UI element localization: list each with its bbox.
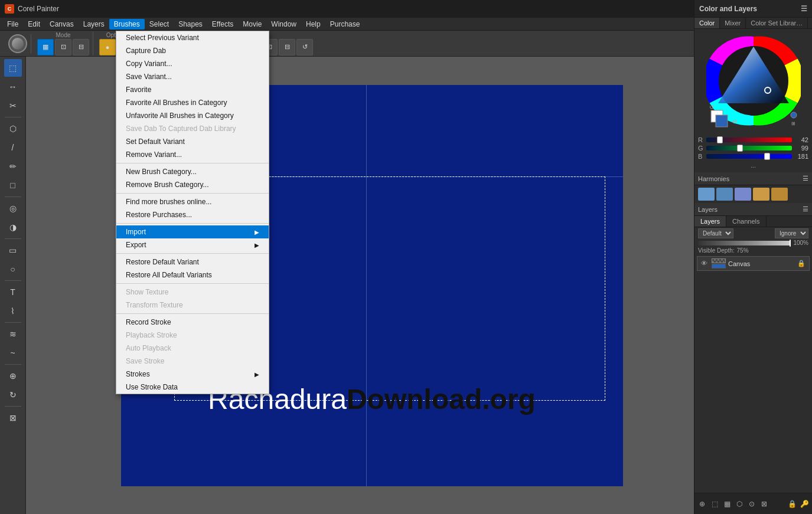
menu-item-select[interactable]: Select bbox=[145, 19, 174, 30]
tool-bucket[interactable]: ⬡ bbox=[4, 120, 22, 137]
layer-lock-icon[interactable]: 🔒 bbox=[797, 260, 806, 267]
pb-icon-padlock[interactable]: 🔑 bbox=[799, 499, 810, 509]
menu-item-effects[interactable]: Effects bbox=[207, 19, 238, 30]
tab-layers[interactable]: Layers bbox=[694, 216, 726, 227]
pb-icon-1[interactable]: ⊕ bbox=[697, 499, 707, 509]
layer-eye-icon[interactable]: 👁 bbox=[701, 260, 709, 268]
brush-preview-icon[interactable] bbox=[8, 34, 27, 53]
tool-rect-sel[interactable]: ▭ bbox=[4, 241, 22, 259]
harmony-swatch-1[interactable] bbox=[716, 188, 733, 201]
dots-row: ... bbox=[698, 161, 808, 170]
harmony-swatch-2[interactable] bbox=[735, 188, 751, 201]
pb-icon-3[interactable]: ▦ bbox=[722, 499, 732, 509]
mode-btn-2[interactable]: ⊡ bbox=[55, 39, 71, 55]
menu-item-edit[interactable]: Edit bbox=[23, 19, 45, 30]
menu-item-window[interactable]: Window bbox=[266, 19, 301, 30]
tool-clone[interactable]: ◎ bbox=[4, 199, 22, 217]
dd-item-6[interactable]: Unfavorite All Brushes in Category bbox=[116, 109, 269, 122]
harmonies-menu-icon[interactable]: ☰ bbox=[803, 175, 808, 182]
harmony-swatch-3[interactable] bbox=[753, 188, 769, 201]
b-slider[interactable] bbox=[706, 154, 792, 159]
dd-item-2[interactable]: Copy Variant... bbox=[116, 57, 269, 70]
dd-item-5[interactable]: Favorite All Brushes in Category bbox=[116, 96, 269, 109]
menu-item-file[interactable]: File bbox=[2, 19, 23, 30]
pb-icon-lock[interactable]: 🔒 bbox=[787, 499, 797, 509]
menu-item-canvas[interactable]: Canvas bbox=[45, 19, 79, 30]
r-thumb[interactable] bbox=[717, 136, 723, 143]
tool-rotate[interactable]: ↻ bbox=[4, 386, 22, 404]
dd-item-15[interactable]: Export▶ bbox=[116, 238, 269, 251]
dd-item-16[interactable]: Restore Default Variant bbox=[116, 256, 269, 269]
tab-color[interactable]: Color bbox=[694, 18, 720, 28]
tool-select[interactable]: ⬚ bbox=[4, 59, 22, 77]
tool-blend[interactable]: ≋ bbox=[4, 325, 22, 343]
tool-eye[interactable]: / bbox=[4, 139, 22, 156]
tool-transform[interactable]: ↔ bbox=[4, 78, 22, 96]
menu-item-layers[interactable]: Layers bbox=[79, 19, 109, 30]
edit-btn-5[interactable]: ⊟ bbox=[279, 39, 295, 55]
dd-item-25[interactable]: Use Stroke Data bbox=[116, 381, 269, 394]
menu-item-brushes[interactable]: Brushes bbox=[109, 19, 145, 30]
g-thumb[interactable] bbox=[737, 145, 743, 152]
dd-item-label-17: Restore All Default Variants bbox=[126, 271, 212, 279]
color-tabs: Color Mixer Color Set Librar… bbox=[694, 18, 812, 29]
harmonies-section: Harmonies ☰ bbox=[694, 172, 812, 203]
dd-item-12[interactable]: Find more brushes online... bbox=[116, 195, 269, 208]
tab-colorset[interactable]: Color Set Librar… bbox=[746, 18, 808, 28]
tool-crop[interactable]: ✂ bbox=[4, 97, 22, 114]
opt-btn-1[interactable]: ● bbox=[99, 39, 116, 55]
dd-item-4[interactable]: Favorite bbox=[116, 83, 269, 96]
panel-settings-icon[interactable]: ☰ bbox=[801, 5, 807, 13]
ignore-select[interactable]: Ignore bbox=[775, 228, 808, 238]
dd-item-14[interactable]: Import▶ bbox=[116, 225, 269, 238]
mode-btn-3[interactable]: ⊟ bbox=[73, 39, 89, 55]
menu-item-purchase[interactable]: Purchase bbox=[325, 19, 365, 30]
dd-item-0[interactable]: Select Previous Variant bbox=[116, 31, 269, 44]
dd-sep-17 bbox=[116, 283, 269, 284]
pb-icon-2[interactable]: ⬚ bbox=[709, 499, 720, 509]
r-slider[interactable] bbox=[706, 137, 792, 142]
pb-icon-4[interactable]: ⬡ bbox=[734, 499, 745, 509]
tool-zoom[interactable]: ⊕ bbox=[4, 367, 22, 385]
menu-item-movie[interactable]: Movie bbox=[238, 19, 266, 30]
tool-lasso[interactable]: ○ bbox=[4, 260, 22, 278]
dd-item-24[interactable]: Strokes▶ bbox=[116, 368, 269, 381]
b-thumb[interactable] bbox=[764, 153, 770, 160]
canvas-layer-row[interactable]: 👁 Canvas 🔒 bbox=[697, 256, 810, 271]
harmony-swatch-0[interactable] bbox=[698, 188, 715, 201]
dd-item-9[interactable]: Remove Variant... bbox=[116, 148, 269, 161]
tab-channels[interactable]: Channels bbox=[726, 216, 766, 227]
menu-item-shapes[interactable]: Shapes bbox=[174, 19, 207, 30]
tool-dodge[interactable]: ◑ bbox=[4, 218, 22, 236]
blend-mode-select[interactable]: Default bbox=[698, 228, 733, 238]
dd-item-10[interactable]: New Brush Category... bbox=[116, 165, 269, 178]
pb-icon-6[interactable]: ⊠ bbox=[759, 499, 769, 509]
dd-item-20[interactable]: Record Stroke bbox=[116, 316, 269, 329]
edit-btn-6[interactable]: ↺ bbox=[296, 39, 313, 55]
dd-item-17[interactable]: Restore All Default Variants bbox=[116, 269, 269, 281]
tool-smudge[interactable]: ~ bbox=[4, 344, 22, 362]
dd-item-3[interactable]: Save Variant... bbox=[116, 70, 269, 83]
dd-item-1[interactable]: Capture Dab bbox=[116, 44, 269, 57]
tool-eraser[interactable]: □ bbox=[4, 176, 22, 194]
tool-pen[interactable]: ⌇ bbox=[4, 302, 22, 320]
dd-item-label-15: Export bbox=[126, 241, 146, 249]
layers-menu-icon[interactable]: ☰ bbox=[803, 205, 808, 213]
harmony-swatch-4[interactable] bbox=[771, 188, 788, 201]
menu-item-help[interactable]: Help bbox=[301, 19, 325, 30]
tool-text[interactable]: T bbox=[4, 283, 22, 301]
dd-item-21: Playback Stroke bbox=[116, 329, 269, 342]
dd-sep-11 bbox=[116, 193, 269, 194]
dd-sep-15 bbox=[116, 253, 269, 254]
dd-item-13[interactable]: Restore Purchases... bbox=[116, 208, 269, 221]
pb-icon-5[interactable]: ⊙ bbox=[746, 499, 757, 509]
dd-item-8[interactable]: Set Default Variant bbox=[116, 135, 269, 148]
tool-mirror[interactable]: ⊠ bbox=[4, 409, 22, 427]
tab-mixer[interactable]: Mixer bbox=[720, 18, 746, 28]
mode-btn-1[interactable]: ▦ bbox=[37, 39, 54, 55]
g-slider[interactable] bbox=[706, 146, 792, 150]
opacity-bar[interactable] bbox=[698, 241, 791, 245]
color-wheel[interactable]: ↺ ⇄ ⊞ bbox=[706, 34, 801, 128]
tool-brush[interactable]: ✏ bbox=[4, 158, 22, 175]
dd-item-11[interactable]: Remove Brush Category... bbox=[116, 178, 269, 191]
